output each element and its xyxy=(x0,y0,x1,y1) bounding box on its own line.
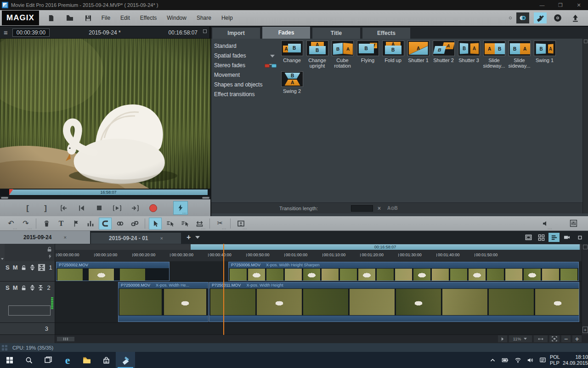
mute-button[interactable]: M xyxy=(13,264,18,271)
transition-thumbnail-icon[interactable]: AB xyxy=(281,71,303,87)
fade-category-movement[interactable]: Movement xyxy=(211,70,278,80)
movie-list-dropdown-icon[interactable] xyxy=(195,236,200,239)
marker-flag-icon[interactable] xyxy=(69,218,82,230)
clip-P7250011.MOV[interactable]: P7250011.MOVX-pos. Width Height xyxy=(209,282,579,322)
detach-preview-icon[interactable] xyxy=(203,29,207,33)
seek-playhead-marker[interactable] xyxy=(9,189,13,195)
stretch-icon[interactable]: ... xyxy=(193,218,206,230)
menu-help[interactable]: Help xyxy=(221,15,233,21)
scroll-handle-left[interactable] xyxy=(1,197,8,199)
fit-all-icon[interactable] xyxy=(549,335,560,342)
close-button[interactable]: ✕ xyxy=(570,0,588,10)
timeline-ruler[interactable]: 00:16:58:07 00:00:00:0000:00:10:0000:00:… xyxy=(0,244,588,261)
smart-preview-icon[interactable]: ... xyxy=(173,201,188,215)
tab-import[interactable]: Import xyxy=(212,28,260,39)
mixer-icon[interactable] xyxy=(567,218,580,230)
track-name-input[interactable] xyxy=(8,305,51,316)
playback-range-bar[interactable]: 00:16:58:07 xyxy=(191,244,580,250)
fade-category-standard[interactable]: Standard xyxy=(211,41,278,51)
close-tab-icon[interactable]: × xyxy=(63,235,66,240)
scroll-right-icon[interactable] xyxy=(498,335,507,342)
track-3-lane[interactable] xyxy=(55,323,582,335)
transition-swing2[interactable]: ABSwing 2 xyxy=(279,71,305,94)
preview-scrollbar[interactable] xyxy=(0,196,210,199)
ungroup-link-icon[interactable] xyxy=(128,218,141,230)
wifi-icon[interactable] xyxy=(514,356,521,364)
monitor-toggle-icon[interactable] xyxy=(516,12,529,23)
mute-speaker-icon[interactable]: ... xyxy=(539,218,552,230)
add-track-button[interactable]: + xyxy=(582,327,588,333)
fade-category-spatial-fades[interactable]: Spatial fades xyxy=(211,51,278,61)
audio-levels-icon[interactable] xyxy=(84,218,97,230)
transition-cube[interactable]: ABCube rotation xyxy=(330,40,355,69)
jump-start-icon[interactable] xyxy=(58,202,68,214)
track-1-lane[interactable]: P7250002.MOVP7250006.MOVX-pos. Width Hei… xyxy=(55,261,582,282)
transition-thumbnail-icon[interactable]: AB xyxy=(534,40,556,56)
pool-scroll-button[interactable] xyxy=(584,40,588,43)
range-select-icon[interactable] xyxy=(164,218,176,230)
zoom-out-icon[interactable]: − xyxy=(561,335,571,342)
fade-category-effect-transitions[interactable]: Effect transitions xyxy=(211,90,278,99)
position-timecode[interactable]: 00:00:39:00 xyxy=(12,29,50,37)
lock-track-icon[interactable] xyxy=(21,285,27,291)
add-movie-tab-icon[interactable]: + xyxy=(187,234,191,241)
transition-change-upright[interactable]: ABChange upright xyxy=(305,40,330,69)
track-height-icon[interactable] xyxy=(30,264,35,270)
jump-end-icon[interactable] xyxy=(130,202,140,214)
track-2-header[interactable]: SM2 xyxy=(0,282,55,323)
language-indicator[interactable]: POLPLP xyxy=(550,354,560,366)
scroll-handle-right[interactable] xyxy=(202,197,209,199)
stop-icon[interactable] xyxy=(94,202,104,214)
transition-change[interactable]: ABChange xyxy=(279,40,305,69)
lock-track-icon[interactable] xyxy=(21,264,27,270)
windows-store-icon[interactable] xyxy=(96,352,116,368)
windows-search-icon[interactable] xyxy=(19,352,39,368)
clip-P7250006.MOV[interactable]: P7250006.MOVX-pos. Width Height Sharpen xyxy=(228,262,579,281)
timeline-vertical-scrollbar[interactable]: + xyxy=(582,244,588,335)
clip-P7250002.MOV[interactable]: P7250002.MOV xyxy=(56,262,170,281)
multicam-icon[interactable] xyxy=(561,233,572,242)
transition-foldup[interactable]: ABFold up xyxy=(380,40,406,69)
bolt-icon[interactable] xyxy=(47,252,52,260)
redo-icon[interactable]: ↷... xyxy=(19,218,32,230)
volume-icon[interactable] xyxy=(527,356,534,364)
mouse-cursor-icon[interactable] xyxy=(149,218,162,230)
transition-swing1[interactable]: ABSwing 1 xyxy=(532,40,557,69)
taskbar-clock[interactable]: 18:1024.09.2015 xyxy=(563,354,588,366)
transition-flying[interactable]: ABFlying xyxy=(355,40,380,69)
clip-title-bar[interactable]: P7250008.MOVX-pos. Width He... xyxy=(119,282,208,288)
trash-icon[interactable] xyxy=(40,218,53,230)
edge-icon[interactable]: e xyxy=(58,352,77,368)
track-collapse-icon[interactable] xyxy=(38,285,43,291)
transition-length-input[interactable] xyxy=(351,205,373,212)
solo-button[interactable]: S xyxy=(6,264,10,271)
tab-title[interactable]: Title xyxy=(312,28,360,39)
tray-chevron-icon[interactable] xyxy=(490,356,496,364)
solo-button[interactable]: S xyxy=(6,284,10,291)
prev-frame-icon[interactable] xyxy=(76,202,86,214)
transition-thumbnail-icon[interactable]: AB xyxy=(458,40,480,56)
track-collapse-icon[interactable] xyxy=(38,264,45,271)
export-icon[interactable] xyxy=(569,12,582,23)
track-height-icon[interactable] xyxy=(30,285,35,291)
burn-disc-icon[interactable] xyxy=(551,12,564,23)
transition-thumbnail-icon[interactable]: AB xyxy=(382,40,404,56)
transition-shutter1[interactable]: ABShutter 1 xyxy=(406,40,431,69)
clip-footer-bar[interactable] xyxy=(119,316,208,322)
menu-effects[interactable]: Effects xyxy=(140,15,157,21)
transition-thumbnail-icon[interactable]: AB xyxy=(483,40,505,56)
track-1-header[interactable]: SM1 xyxy=(0,261,55,282)
movie-tab[interactable]: 2015-09-24 - 01× xyxy=(91,233,181,244)
transition-slide-ba[interactable]: ABSlide sideway... xyxy=(507,40,532,69)
snap-magnet-icon[interactable] xyxy=(99,218,112,230)
menu-file[interactable]: File xyxy=(102,15,110,21)
pool-scrollbar[interactable] xyxy=(582,39,588,213)
single-monitor-icon[interactable] xyxy=(523,233,534,242)
resize-grip-icon[interactable] xyxy=(1,345,8,351)
menu-window[interactable]: Window xyxy=(167,15,187,21)
track-3-header[interactable]: 3 xyxy=(0,323,55,335)
mark-in-icon[interactable]: [ xyxy=(23,202,33,214)
action-center-icon[interactable] xyxy=(539,356,546,364)
group-link-icon[interactable] xyxy=(113,218,126,230)
mute-button[interactable]: M xyxy=(13,284,18,291)
